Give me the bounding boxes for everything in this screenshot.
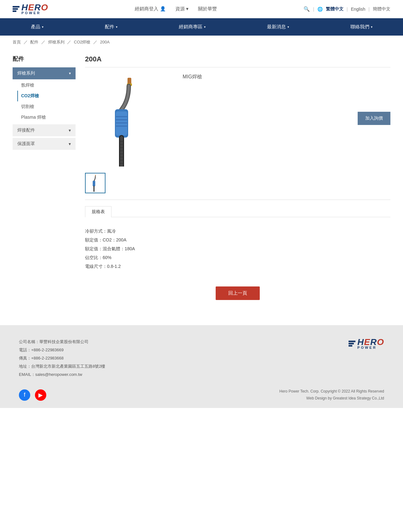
svg-rect-7 xyxy=(116,126,127,127)
footer-bottom: f ▶ Hero Power Tech. Corp. Copyright © 2… xyxy=(19,388,384,402)
user-icon: 👤 xyxy=(160,6,166,11)
back-button-area: 回上一頁 xyxy=(85,286,390,300)
logo-bars-icon xyxy=(13,5,20,13)
specs-tab-bar: 規格表 xyxy=(85,206,390,217)
sidebar-item-cutting-gun[interactable]: 切割槍 xyxy=(17,101,76,112)
main-navigation: 產品 ▾ 配件 ▾ 經銷商專區 ▾ 最新消息 ▾ 聯絡我們 ▾ xyxy=(0,18,403,36)
globe-icon: 🌐 xyxy=(317,7,323,12)
product-display: MIG焊槍 加入詢價 xyxy=(85,74,390,193)
separator: | xyxy=(313,7,314,12)
breadcrumb-co2-gun[interactable]: CO2焊槍 xyxy=(74,40,91,44)
spec-row-wire-size: 電線尺寸：0.8-1.2 xyxy=(85,262,390,271)
spec-row-cooling: 冷卻方式：風冷 xyxy=(85,227,390,235)
footer-social: f ▶ xyxy=(19,389,46,401)
facebook-button[interactable]: f xyxy=(19,389,30,401)
facebook-icon: f xyxy=(24,392,25,398)
footer-logo-bars xyxy=(349,339,355,348)
chevron-down-icon: ▾ xyxy=(287,25,289,29)
site-footer: 公司名稱：華豐科技企業股份有限公司 電話：+886-2-22983669 傳真：… xyxy=(0,325,403,408)
lang-simplified-chinese[interactable]: 簡體中文 xyxy=(373,6,390,12)
sidebar-item-co2-gun[interactable]: CO2焊槍 xyxy=(17,91,76,101)
product-main-image xyxy=(85,74,173,168)
footer-address: 地址：台灣新北市新北產業園區五工五路8號2樓 xyxy=(19,362,105,371)
spec-row-co2: 額定值：CO2：200A xyxy=(85,235,390,244)
nav-products[interactable]: 產品 ▾ xyxy=(21,18,53,36)
footer-phone: 電話：+886-2-22983669 xyxy=(19,346,105,354)
nav-resources[interactable]: 資源 ▾ xyxy=(175,6,189,12)
separator: | xyxy=(368,7,370,12)
breadcrumb-home[interactable]: 首頁 xyxy=(13,40,21,44)
chevron-down-icon: ▾ xyxy=(116,25,117,29)
lang-traditional-chinese[interactable]: 繁體中文 xyxy=(326,6,343,12)
svg-rect-16 xyxy=(95,175,96,176)
footer-company-name: 公司名稱：華豐科技企業股份有限公司 xyxy=(19,338,105,346)
product-images xyxy=(85,74,173,193)
main-content: 配件 焊槍系列 ▾ 氬焊槍 CO2焊槍 切割槍 Plasma 焊槍 焊接配件 ▾… xyxy=(0,49,403,313)
nav-dealer-login[interactable]: 經銷商登入 👤 xyxy=(135,6,166,12)
footer-logo: HERO POWER xyxy=(349,338,384,349)
svg-rect-6 xyxy=(116,122,127,123)
footer-fax: 傳真：+886-2-22983668 xyxy=(19,354,105,362)
separator: | xyxy=(347,7,348,12)
spec-row-mixed: 額定值：混合氣體：180A xyxy=(85,244,390,253)
footer-copyright: Hero Power Tech. Corp. Copyright © 2022 … xyxy=(279,388,384,402)
chevron-down-icon: ▾ xyxy=(204,25,206,29)
youtube-button[interactable]: ▶ xyxy=(35,389,46,401)
nav-news[interactable]: 最新消息 ▾ xyxy=(258,18,298,36)
thumbnail-image xyxy=(88,174,103,192)
site-header: HERO POWER 經銷商登入 👤 資源 ▾ 關於華豐 🔍 | 🌐 繁體中文 … xyxy=(0,0,403,18)
product-info: MIG焊槍 加入詢價 xyxy=(183,74,390,193)
product-title: 200A xyxy=(85,55,390,67)
sidebar-category-gun-series[interactable]: 焊槍系列 ▾ xyxy=(13,67,76,79)
add-to-quote-button[interactable]: 加入詢價 xyxy=(358,112,390,125)
nav-accessories[interactable]: 配件 ▾ xyxy=(95,18,127,36)
sidebar-item-tig-gun[interactable]: 氬焊槍 xyxy=(17,80,76,91)
breadcrumb-accessories[interactable]: 配件 xyxy=(30,40,38,44)
svg-rect-17 xyxy=(93,181,95,186)
product-image-svg xyxy=(101,75,157,167)
product-thumbnails xyxy=(85,173,173,193)
chevron-down-icon: ▾ xyxy=(371,25,372,29)
chevron-down-icon: ▾ xyxy=(69,71,71,76)
chevron-down-icon: ▾ xyxy=(69,141,71,146)
footer-email: EMAIL：sales@heropower.com.tw xyxy=(19,371,105,379)
youtube-icon: ▶ xyxy=(38,392,43,399)
specs-tab[interactable]: 規格表 xyxy=(85,206,111,217)
product-area: 200A xyxy=(85,55,390,306)
chevron-down-icon: ▾ xyxy=(42,25,43,29)
footer-content: 公司名稱：華豐科技企業股份有限公司 電話：+886-2-22983669 傳真：… xyxy=(19,338,384,379)
breadcrumb-current: 200A xyxy=(100,40,110,44)
sidebar-item-plasma-gun[interactable]: Plasma 焊槍 xyxy=(17,112,76,123)
sidebar: 配件 焊槍系列 ▾ 氬焊槍 CO2焊槍 切割槍 Plasma 焊槍 焊接配件 ▾… xyxy=(13,55,76,306)
logo[interactable]: HERO POWER xyxy=(13,3,48,15)
logo-text: HERO POWER xyxy=(21,3,48,15)
breadcrumb-gun-series[interactable]: 焊槍系列 xyxy=(48,40,65,44)
footer-logo-link[interactable]: HERO POWER xyxy=(349,338,384,349)
nav-dealer-zone[interactable]: 經銷商專區 ▾ xyxy=(169,18,215,36)
sidebar-category-accessories[interactable]: 焊接配件 ▾ xyxy=(13,124,76,136)
sidebar-sub-gun-series: 氬焊槍 CO2焊槍 切割槍 Plasma 焊槍 xyxy=(13,80,76,123)
spec-row-duty-cycle: 佔空比：60% xyxy=(85,253,390,262)
header-right: 🔍 | 🌐 繁體中文 | English | 簡體中文 xyxy=(304,6,390,12)
header-nav: 經銷商登入 👤 資源 ▾ 關於華豐 xyxy=(135,6,217,12)
svg-rect-0 xyxy=(128,78,131,84)
specs-content: 冷卻方式：風冷 額定值：CO2：200A 額定值：混合氣體：180A 佔空比：6… xyxy=(85,224,390,274)
footer-logo-text: HERO POWER xyxy=(357,338,384,349)
chevron-down-icon: ▾ xyxy=(186,6,189,11)
specs-section: 規格表 冷卻方式：風冷 額定值：CO2：200A 額定值：混合氣體：180A 佔… xyxy=(85,200,390,274)
search-button[interactable]: 🔍 xyxy=(304,6,310,12)
nav-contact[interactable]: 聯絡我們 ▾ xyxy=(341,18,382,36)
nav-about[interactable]: 關於華豐 xyxy=(198,6,217,12)
sidebar-menu: 焊槍系列 ▾ 氬焊槍 CO2焊槍 切割槍 Plasma 焊槍 焊接配件 ▾ 保護… xyxy=(13,67,76,150)
sidebar-category-masks[interactable]: 保護面罩 ▾ xyxy=(13,138,76,150)
copyright-line1: Hero Power Tech. Corp. Copyright © 2022 … xyxy=(279,388,384,395)
product-category: MIG焊槍 xyxy=(183,74,390,80)
svg-rect-4 xyxy=(116,116,127,117)
chevron-down-icon: ▾ xyxy=(69,128,71,133)
breadcrumb: 首頁 ／ 配件 ／ 焊槍系列 ／ CO2焊槍 ／ 200A xyxy=(0,36,403,49)
lang-english[interactable]: English xyxy=(351,7,365,12)
copyright-line2: Web Design by Greatest Idea Strategy Co.… xyxy=(279,395,384,402)
back-button[interactable]: 回上一頁 xyxy=(216,286,260,300)
product-thumbnail-1[interactable] xyxy=(85,173,105,193)
svg-rect-5 xyxy=(116,119,127,120)
